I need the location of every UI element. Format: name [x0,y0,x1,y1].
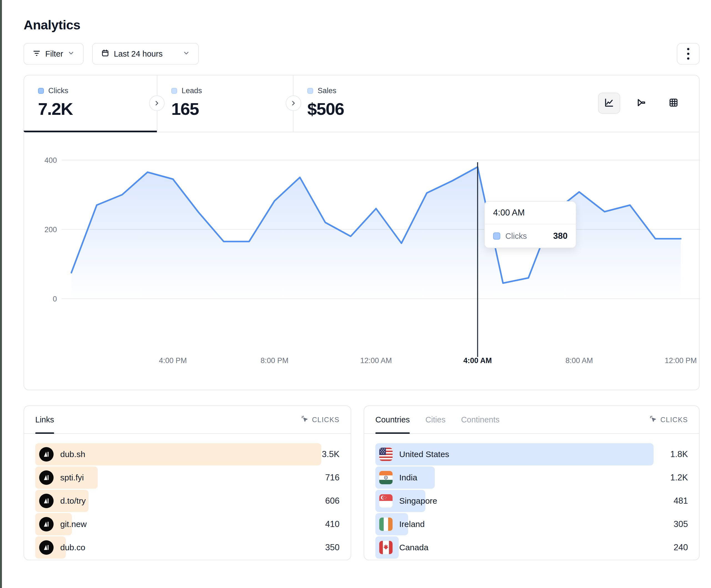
tooltip-series-swatch-icon [493,232,500,240]
dub-logo-icon [39,470,53,485]
date-range-button[interactable]: Last 24 hours [92,43,199,65]
countries-metric-toggle[interactable]: CLICKS [649,406,688,433]
svg-text:4:00 PM: 4:00 PM [159,356,187,365]
links-metric-toggle[interactable]: CLICKS [300,406,340,433]
filter-button[interactable]: Filter [24,43,84,65]
more-options-button[interactable] [677,43,699,65]
row-value: 1.2K [670,467,688,489]
country-row[interactable]: United States1.8K [375,443,688,466]
ie-flag-icon [379,518,392,531]
page-title: Analytics [24,17,699,32]
calendar-icon [101,49,109,59]
tab-countries[interactable]: Countries [375,406,410,433]
in-flag-icon [379,471,392,484]
link-row[interactable]: dub.co350 [35,537,340,559]
link-row[interactable]: dub.sh3.5K [35,443,340,466]
funnel-view-button[interactable] [630,93,652,114]
cursor-click-icon [300,415,309,425]
tab-continents[interactable]: Continents [461,406,500,433]
clicks-label: Clicks [48,87,68,95]
svg-text:12:00 AM: 12:00 AM [360,356,392,365]
tooltip-series-value: 380 [553,231,568,241]
dub-logo-icon [39,517,53,532]
svg-text:200: 200 [44,226,57,234]
chart-canvas: 40020004:00 PM8:00 PM12:00 AM4:00 AM8:00… [24,132,700,390]
countries-list: United States1.8KIndia1.2KSingapore481Ir… [364,434,699,559]
row-value: 305 [673,513,688,535]
clicks-swatch-icon [38,88,44,94]
leads-swatch-icon [171,88,177,94]
links-metric-label: CLICKS [312,416,340,424]
expand-leads-button[interactable] [286,95,301,111]
row-label: Singapore [399,496,437,506]
tab-leads[interactable]: Leads 165 [157,75,293,132]
country-row[interactable]: Ireland305 [375,513,688,535]
link-row[interactable]: d.to/try606 [35,490,340,512]
us-flag-icon [379,448,392,461]
funnel-icon [636,97,647,109]
grid-view-button[interactable] [663,93,685,114]
expand-clicks-button[interactable] [149,95,165,111]
row-label: Canada [399,543,428,552]
sg-flag-icon [379,494,392,507]
clicks-area-chart[interactable]: 40020004:00 PM8:00 PM12:00 AM4:00 AM8:00… [24,132,700,390]
row-label: d.to/try [60,496,86,506]
svg-text:8:00 PM: 8:00 PM [260,356,288,365]
grid-icon [668,97,679,109]
svg-text:8:00 AM: 8:00 AM [565,356,593,365]
svg-text:400: 400 [44,156,57,164]
ca-flag-icon [379,541,392,554]
svg-text:12:00 PM: 12:00 PM [665,356,697,365]
chevron-down-icon [67,49,75,59]
row-label: dub.co [60,543,85,552]
dub-logo-icon [39,447,53,461]
link-row[interactable]: spti.fyi716 [35,467,340,489]
stats-row: Clicks 7.2K Leads 165 Sales $506 [24,75,699,132]
svg-text:4:00 AM: 4:00 AM [464,356,492,365]
tab-clicks[interactable]: Clicks 7.2K [24,75,157,132]
row-label: India [399,473,417,482]
countries-panel: Countries Cities Continents CLICKS Unite… [364,406,699,560]
line-chart-icon [604,97,615,109]
chart-view-switcher [598,93,685,114]
toolbar: Filter Last 24 hours [24,43,699,65]
row-label: git.new [60,520,87,529]
sidebar-edge [0,0,2,588]
country-row[interactable]: Canada240 [375,537,688,559]
row-label: spti.fyi [60,473,84,482]
row-label: Ireland [399,520,425,529]
row-label: United States [399,450,449,459]
row-value: 606 [325,490,340,512]
dub-logo-icon [39,494,53,508]
leads-value: 165 [171,99,293,119]
links-list: dub.sh3.5Kspti.fyi716d.to/try606git.new4… [24,434,351,559]
filter-button-label: Filter [45,49,63,59]
tooltip-series-name: Clicks [505,232,527,241]
cursor-click-icon [649,415,657,425]
row-value: 716 [325,467,340,489]
row-value: 481 [673,490,688,512]
sales-label: Sales [318,87,337,95]
country-row[interactable]: India1.2K [375,467,688,489]
line-chart-view-button[interactable] [598,93,620,114]
row-value: 240 [673,537,688,559]
dub-logo-icon [39,540,53,555]
row-value: 1.8K [670,443,688,466]
analytics-card: Clicks 7.2K Leads 165 Sales $506 [24,75,699,390]
date-range-label: Last 24 hours [114,49,163,59]
link-row[interactable]: git.new410 [35,513,340,535]
row-label: dub.sh [60,450,85,459]
row-value: 350 [325,537,340,559]
kebab-icon [687,48,689,60]
tab-sales[interactable]: Sales $506 [293,75,429,132]
sales-swatch-icon [307,88,313,94]
chevron-down-icon [183,49,190,59]
tab-links[interactable]: Links [35,406,54,433]
country-row[interactable]: Singapore481 [375,490,688,512]
countries-metric-label: CLICKS [661,416,688,424]
chart-tooltip: 4:00 AM Clicks 380 [484,201,576,248]
analytics-page: Analytics Filter Last 24 hours [24,0,699,560]
filter-icon [33,49,41,59]
row-value: 410 [325,513,340,535]
tab-cities[interactable]: Cities [425,406,446,433]
